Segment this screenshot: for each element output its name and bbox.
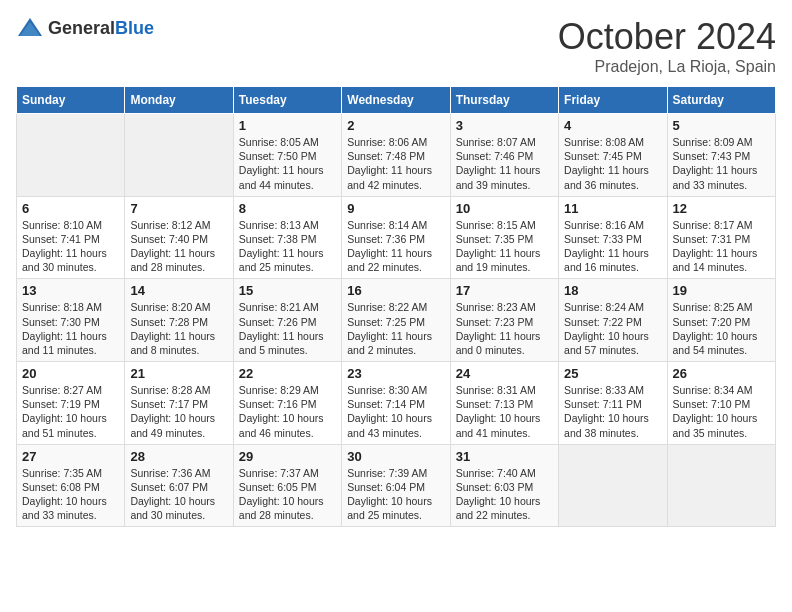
calendar-cell: 20Sunrise: 8:27 AM Sunset: 7:19 PM Dayli… [17,362,125,445]
day-number: 2 [347,118,444,133]
day-info: Sunrise: 8:34 AM Sunset: 7:10 PM Dayligh… [673,383,770,440]
calendar-week-3: 13Sunrise: 8:18 AM Sunset: 7:30 PM Dayli… [17,279,776,362]
day-number: 12 [673,201,770,216]
logo-text-blue: Blue [115,18,154,38]
day-number: 19 [673,283,770,298]
calendar-body: 1Sunrise: 8:05 AM Sunset: 7:50 PM Daylig… [17,114,776,527]
day-info: Sunrise: 8:17 AM Sunset: 7:31 PM Dayligh… [673,218,770,275]
day-number: 15 [239,283,336,298]
day-number: 8 [239,201,336,216]
day-number: 6 [22,201,119,216]
header: GeneralBlue October 2024 Pradejon, La Ri… [16,16,776,76]
day-info: Sunrise: 8:33 AM Sunset: 7:11 PM Dayligh… [564,383,661,440]
day-info: Sunrise: 8:30 AM Sunset: 7:14 PM Dayligh… [347,383,444,440]
day-number: 18 [564,283,661,298]
day-info: Sunrise: 7:37 AM Sunset: 6:05 PM Dayligh… [239,466,336,523]
day-number: 14 [130,283,227,298]
day-number: 17 [456,283,553,298]
header-day-wednesday: Wednesday [342,87,450,114]
day-number: 28 [130,449,227,464]
day-info: Sunrise: 7:40 AM Sunset: 6:03 PM Dayligh… [456,466,553,523]
calendar-cell [667,444,775,527]
calendar-cell: 26Sunrise: 8:34 AM Sunset: 7:10 PM Dayli… [667,362,775,445]
day-number: 29 [239,449,336,464]
day-info: Sunrise: 8:21 AM Sunset: 7:26 PM Dayligh… [239,300,336,357]
calendar-cell: 7Sunrise: 8:12 AM Sunset: 7:40 PM Daylig… [125,196,233,279]
day-number: 16 [347,283,444,298]
location-title: Pradejon, La Rioja, Spain [558,58,776,76]
day-info: Sunrise: 8:05 AM Sunset: 7:50 PM Dayligh… [239,135,336,192]
day-number: 20 [22,366,119,381]
calendar-cell [125,114,233,197]
header-day-thursday: Thursday [450,87,558,114]
calendar-cell: 23Sunrise: 8:30 AM Sunset: 7:14 PM Dayli… [342,362,450,445]
day-number: 21 [130,366,227,381]
day-number: 4 [564,118,661,133]
logo: GeneralBlue [16,16,154,40]
day-info: Sunrise: 7:35 AM Sunset: 6:08 PM Dayligh… [22,466,119,523]
title-area: October 2024 Pradejon, La Rioja, Spain [558,16,776,76]
calendar-cell: 2Sunrise: 8:06 AM Sunset: 7:48 PM Daylig… [342,114,450,197]
day-info: Sunrise: 8:13 AM Sunset: 7:38 PM Dayligh… [239,218,336,275]
calendar-cell: 9Sunrise: 8:14 AM Sunset: 7:36 PM Daylig… [342,196,450,279]
month-title: October 2024 [558,16,776,58]
day-info: Sunrise: 8:25 AM Sunset: 7:20 PM Dayligh… [673,300,770,357]
day-number: 7 [130,201,227,216]
day-number: 13 [22,283,119,298]
day-info: Sunrise: 8:06 AM Sunset: 7:48 PM Dayligh… [347,135,444,192]
calendar-cell: 29Sunrise: 7:37 AM Sunset: 6:05 PM Dayli… [233,444,341,527]
calendar-cell: 24Sunrise: 8:31 AM Sunset: 7:13 PM Dayli… [450,362,558,445]
calendar-week-4: 20Sunrise: 8:27 AM Sunset: 7:19 PM Dayli… [17,362,776,445]
calendar-cell: 25Sunrise: 8:33 AM Sunset: 7:11 PM Dayli… [559,362,667,445]
calendar-cell: 30Sunrise: 7:39 AM Sunset: 6:04 PM Dayli… [342,444,450,527]
calendar-cell [559,444,667,527]
day-info: Sunrise: 8:10 AM Sunset: 7:41 PM Dayligh… [22,218,119,275]
calendar-header: SundayMondayTuesdayWednesdayThursdayFrid… [17,87,776,114]
day-info: Sunrise: 8:24 AM Sunset: 7:22 PM Dayligh… [564,300,661,357]
calendar-cell: 14Sunrise: 8:20 AM Sunset: 7:28 PM Dayli… [125,279,233,362]
day-info: Sunrise: 8:28 AM Sunset: 7:17 PM Dayligh… [130,383,227,440]
calendar-cell: 15Sunrise: 8:21 AM Sunset: 7:26 PM Dayli… [233,279,341,362]
calendar-cell: 11Sunrise: 8:16 AM Sunset: 7:33 PM Dayli… [559,196,667,279]
calendar-cell: 22Sunrise: 8:29 AM Sunset: 7:16 PM Dayli… [233,362,341,445]
day-number: 22 [239,366,336,381]
calendar-cell: 31Sunrise: 7:40 AM Sunset: 6:03 PM Dayli… [450,444,558,527]
calendar-cell: 6Sunrise: 8:10 AM Sunset: 7:41 PM Daylig… [17,196,125,279]
calendar-cell: 27Sunrise: 7:35 AM Sunset: 6:08 PM Dayli… [17,444,125,527]
day-info: Sunrise: 8:27 AM Sunset: 7:19 PM Dayligh… [22,383,119,440]
calendar-cell: 12Sunrise: 8:17 AM Sunset: 7:31 PM Dayli… [667,196,775,279]
day-number: 25 [564,366,661,381]
day-number: 31 [456,449,553,464]
calendar-cell: 18Sunrise: 8:24 AM Sunset: 7:22 PM Dayli… [559,279,667,362]
day-number: 5 [673,118,770,133]
day-number: 26 [673,366,770,381]
calendar-cell: 4Sunrise: 8:08 AM Sunset: 7:45 PM Daylig… [559,114,667,197]
day-number: 11 [564,201,661,216]
day-info: Sunrise: 8:18 AM Sunset: 7:30 PM Dayligh… [22,300,119,357]
day-info: Sunrise: 8:20 AM Sunset: 7:28 PM Dayligh… [130,300,227,357]
day-number: 24 [456,366,553,381]
calendar-cell: 8Sunrise: 8:13 AM Sunset: 7:38 PM Daylig… [233,196,341,279]
day-number: 1 [239,118,336,133]
calendar-week-1: 1Sunrise: 8:05 AM Sunset: 7:50 PM Daylig… [17,114,776,197]
day-info: Sunrise: 8:31 AM Sunset: 7:13 PM Dayligh… [456,383,553,440]
calendar-cell: 10Sunrise: 8:15 AM Sunset: 7:35 PM Dayli… [450,196,558,279]
calendar-cell [17,114,125,197]
day-info: Sunrise: 7:39 AM Sunset: 6:04 PM Dayligh… [347,466,444,523]
calendar-cell: 17Sunrise: 8:23 AM Sunset: 7:23 PM Dayli… [450,279,558,362]
day-info: Sunrise: 7:36 AM Sunset: 6:07 PM Dayligh… [130,466,227,523]
calendar-cell: 16Sunrise: 8:22 AM Sunset: 7:25 PM Dayli… [342,279,450,362]
calendar-cell: 1Sunrise: 8:05 AM Sunset: 7:50 PM Daylig… [233,114,341,197]
calendar-cell: 28Sunrise: 7:36 AM Sunset: 6:07 PM Dayli… [125,444,233,527]
header-day-tuesday: Tuesday [233,87,341,114]
day-info: Sunrise: 8:29 AM Sunset: 7:16 PM Dayligh… [239,383,336,440]
day-info: Sunrise: 8:22 AM Sunset: 7:25 PM Dayligh… [347,300,444,357]
header-day-monday: Monday [125,87,233,114]
header-day-friday: Friday [559,87,667,114]
day-info: Sunrise: 8:14 AM Sunset: 7:36 PM Dayligh… [347,218,444,275]
day-number: 27 [22,449,119,464]
calendar-cell: 13Sunrise: 8:18 AM Sunset: 7:30 PM Dayli… [17,279,125,362]
day-number: 30 [347,449,444,464]
calendar-cell: 19Sunrise: 8:25 AM Sunset: 7:20 PM Dayli… [667,279,775,362]
header-day-saturday: Saturday [667,87,775,114]
